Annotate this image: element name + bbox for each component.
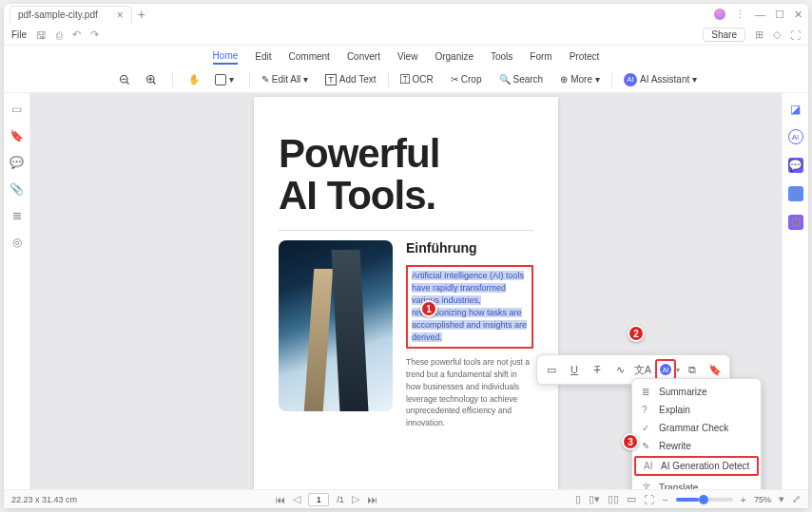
fields-icon[interactable]: ◎ — [12, 236, 22, 249]
app-logo-icon — [714, 9, 725, 20]
add-text-button[interactable]: T Add Text — [319, 71, 381, 88]
tab-organize[interactable]: Organize — [435, 49, 474, 64]
menu-rewrite[interactable]: ✎Rewrite — [632, 437, 761, 455]
tab-tools[interactable]: Tools — [491, 49, 512, 64]
zoom-in-button[interactable] — [140, 71, 163, 88]
tab-title: pdf-sample-city.pdf — [18, 9, 98, 20]
tab-comment[interactable]: Comment — [289, 49, 330, 64]
ocr-button[interactable]: 🅃 OCR — [395, 71, 439, 87]
main-menu: Home Edit Comment Convert View Organize … — [4, 46, 808, 66]
ai-dropdown-caret[interactable]: ▾ — [676, 366, 680, 374]
article-image — [279, 240, 393, 411]
file-menu[interactable]: File — [11, 29, 27, 40]
prev-page-icon[interactable]: ◁ — [293, 493, 300, 505]
callout-2: 2 — [628, 325, 645, 342]
app-window: pdf-sample-city.pdf × + ⋮ — ☐ ✕ File 🖫 ⎙… — [4, 4, 808, 508]
callout-1: 1 — [420, 300, 437, 317]
zoom-in-sb-icon[interactable]: + — [741, 494, 746, 505]
tab-edit[interactable]: Edit — [255, 49, 271, 64]
document-tab[interactable]: pdf-sample-city.pdf × — [10, 6, 132, 24]
undo-icon[interactable]: ↶ — [72, 28, 81, 41]
more-button[interactable]: ⊕ More ▾ — [554, 71, 606, 87]
zoom-slider[interactable] — [676, 498, 733, 502]
underline-icon[interactable]: U — [564, 359, 585, 380]
left-sidebar: ▭ 🔖 💬 📎 ≣ ◎ — [4, 93, 30, 489]
zoom-dropdown-icon[interactable]: ▾ — [779, 493, 784, 505]
toolbar: ✋ ▾ ✎ Edit All ▾ T Add Text 🅃 OCR ✂ Crop… — [4, 66, 808, 93]
translate-panel-icon[interactable]: 文 — [788, 186, 803, 201]
share-button[interactable]: Share — [703, 28, 745, 42]
next-page-icon[interactable]: ▷ — [352, 493, 359, 505]
tab-convert[interactable]: Convert — [347, 49, 380, 64]
page-number-input[interactable] — [308, 493, 329, 506]
zoom-level: 75% — [754, 495, 771, 504]
tab-protect[interactable]: Protect — [570, 49, 600, 64]
search-button[interactable]: 🔍 Search — [493, 71, 550, 87]
title-bar: pdf-sample-city.pdf × + ⋮ — ☐ ✕ — [4, 4, 808, 25]
attachments-icon[interactable]: 📎 — [10, 182, 24, 196]
fullscreen-icon[interactable]: ⛶ — [644, 494, 654, 505]
translate-icon[interactable]: 文A — [632, 359, 653, 380]
fit-page-icon[interactable]: ⤢ — [792, 493, 801, 505]
explain-icon: ? — [642, 405, 653, 415]
tab-home[interactable]: Home — [213, 48, 239, 65]
view-controls: ▯ ▯▾ ▯▯ ▭ ⛶ − + 75% ▾ ⤢ — [575, 493, 801, 505]
page-title: Powerful AI Tools. — [279, 133, 533, 217]
highlight-icon[interactable]: ▭ — [541, 359, 562, 380]
window-controls: ⋮ — ☐ ✕ — [714, 9, 802, 21]
menu-ai-generation-detect[interactable]: AIAI Generation Detect — [634, 456, 759, 476]
ai-tools-button[interactable]: AI — [655, 359, 676, 380]
comments-icon[interactable]: 💬 — [10, 156, 24, 169]
first-page-icon[interactable]: ⏮ — [275, 494, 285, 505]
hand-tool-button[interactable]: ✋ — [183, 71, 205, 87]
thumbnails-icon[interactable]: ▭ — [11, 103, 22, 116]
select-tool-button[interactable]: ▾ — [209, 71, 240, 88]
image-panel-icon[interactable]: 🖼 — [788, 215, 803, 230]
ai-panel-icon[interactable]: AI — [788, 129, 803, 144]
crop-button[interactable]: ✂ Crop — [445, 71, 488, 87]
last-page-icon[interactable]: ⏭ — [367, 494, 377, 505]
print-icon[interactable]: ⎙ — [56, 29, 63, 41]
menu-translate[interactable]: 文Translate — [632, 477, 761, 489]
bookmark-sel-icon[interactable]: 🔖 — [705, 359, 725, 380]
squiggly-icon[interactable]: ∿ — [609, 359, 630, 380]
summarize-icon: ≣ — [642, 387, 653, 397]
ai-assistant-button[interactable]: AI AI Assistant ▾ — [618, 70, 703, 89]
chat-panel-icon[interactable]: 💬 — [788, 158, 803, 173]
strikethrough-icon[interactable]: T — [587, 359, 608, 380]
copy-icon[interactable]: ⧉ — [682, 359, 703, 380]
menu-grammar-check[interactable]: ✓Grammar Check — [632, 419, 761, 437]
redo-icon[interactable]: ↷ — [90, 28, 99, 41]
minimize-icon[interactable]: — — [755, 9, 765, 20]
zoom-out-button[interactable] — [113, 71, 136, 88]
new-tab-button[interactable]: + — [138, 7, 145, 22]
grid-icon[interactable]: ⊞ — [755, 28, 764, 41]
zoom-out-sb-icon[interactable]: − — [662, 494, 667, 505]
bookmarks-icon[interactable]: 🔖 — [10, 129, 24, 142]
maximize-icon[interactable]: ☐ — [775, 9, 784, 21]
expand-icon[interactable]: ⛶ — [790, 29, 801, 41]
edit-all-button[interactable]: ✎ Edit All ▾ — [256, 71, 315, 87]
kebab-menu-icon[interactable]: ⋮ — [735, 9, 745, 21]
panel-toggle-icon[interactable]: ◪ — [790, 103, 801, 116]
page-nav: ⏮ ◁ /1 ▷ ⏭ — [275, 493, 377, 506]
detect-icon: AI — [644, 461, 655, 471]
status-bar: 22.23 x 31.43 cm ⏮ ◁ /1 ▷ ⏭ ▯ ▯▾ ▯▯ ▭ ⛶ … — [4, 489, 808, 508]
layers-icon[interactable]: ≣ — [12, 209, 22, 222]
close-tab-icon[interactable]: × — [117, 9, 124, 22]
page-total: /1 — [337, 495, 344, 504]
save-icon[interactable]: 🖫 — [36, 29, 47, 41]
continuous-icon[interactable]: ▯▾ — [589, 493, 600, 505]
tab-form[interactable]: Form — [530, 49, 551, 64]
document-canvas[interactable]: Powerful AI Tools. Einführung Artificial… — [30, 93, 782, 489]
two-page-icon[interactable]: ▯▯ — [608, 493, 619, 505]
page-dimensions: 22.23 x 31.43 cm — [11, 495, 77, 504]
box-icon[interactable]: ◇ — [773, 28, 781, 41]
read-mode-icon[interactable]: ▭ — [627, 493, 636, 505]
menu-explain[interactable]: ?Explain — [632, 401, 761, 419]
pdf-page: Powerful AI Tools. Einführung Artificial… — [254, 97, 558, 489]
menu-summarize[interactable]: ≣Summarize — [632, 383, 761, 401]
close-window-icon[interactable]: ✕ — [794, 9, 802, 21]
single-page-icon[interactable]: ▯ — [575, 493, 581, 505]
tab-view[interactable]: View — [397, 49, 418, 64]
